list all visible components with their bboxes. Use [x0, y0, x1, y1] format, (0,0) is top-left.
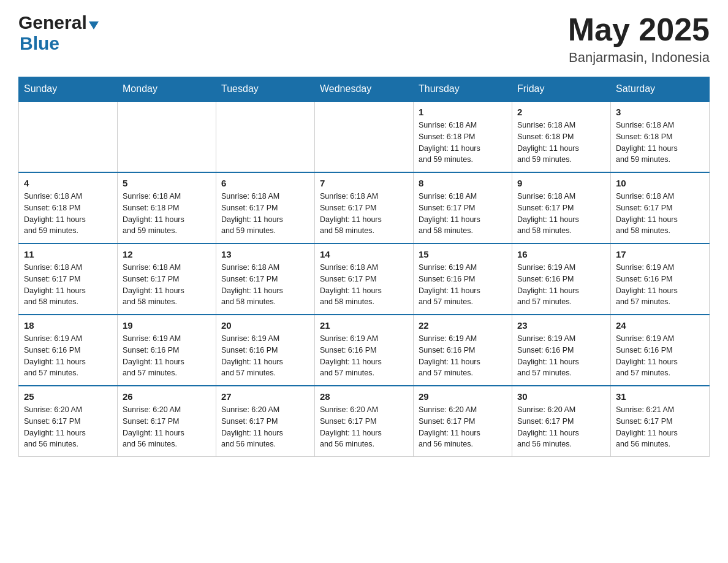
day-info: Sunrise: 6:21 AMSunset: 6:17 PMDaylight:…: [616, 404, 704, 450]
calendar-table: SundayMondayTuesdayWednesdayThursdayFrid…: [18, 77, 710, 457]
day-info: Sunrise: 6:19 AMSunset: 6:16 PMDaylight:…: [320, 333, 408, 379]
day-number: 15: [419, 249, 507, 259]
day-info: Sunrise: 6:20 AMSunset: 6:17 PMDaylight:…: [221, 404, 309, 450]
day-number: 14: [320, 249, 408, 259]
day-number: 22: [419, 320, 507, 331]
calendar-cell: 9Sunrise: 6:18 AMSunset: 6:17 PMDaylight…: [512, 172, 611, 243]
day-number: 1: [419, 107, 507, 117]
day-of-week-header: Saturday: [611, 77, 710, 102]
day-info: Sunrise: 6:19 AMSunset: 6:16 PMDaylight:…: [221, 333, 309, 379]
day-of-week-header: Monday: [118, 77, 216, 102]
calendar-cell: 12Sunrise: 6:18 AMSunset: 6:17 PMDayligh…: [118, 243, 216, 315]
day-info: Sunrise: 6:18 AMSunset: 6:18 PMDaylight:…: [24, 191, 112, 237]
day-number: 17: [616, 249, 704, 259]
day-info: Sunrise: 6:19 AMSunset: 6:16 PMDaylight:…: [419, 333, 507, 379]
calendar-cell: 19Sunrise: 6:19 AMSunset: 6:16 PMDayligh…: [118, 315, 216, 386]
calendar-cell: 17Sunrise: 6:19 AMSunset: 6:16 PMDayligh…: [611, 243, 710, 315]
calendar-cell: 18Sunrise: 6:19 AMSunset: 6:16 PMDayligh…: [19, 315, 118, 386]
day-info: Sunrise: 6:19 AMSunset: 6:16 PMDaylight:…: [123, 333, 211, 379]
day-number: 21: [320, 320, 408, 331]
day-of-week-header: Thursday: [414, 77, 512, 102]
day-number: 28: [320, 391, 408, 402]
calendar-week-row: 18Sunrise: 6:19 AMSunset: 6:16 PMDayligh…: [19, 315, 710, 386]
day-number: 19: [123, 320, 211, 331]
calendar-week-row: 4Sunrise: 6:18 AMSunset: 6:18 PMDaylight…: [19, 172, 710, 243]
day-info: Sunrise: 6:18 AMSunset: 6:17 PMDaylight:…: [517, 191, 605, 237]
day-number: 13: [221, 249, 309, 259]
calendar-cell: 15Sunrise: 6:19 AMSunset: 6:16 PMDayligh…: [414, 243, 512, 315]
day-number: 23: [517, 320, 605, 331]
calendar-week-row: 1Sunrise: 6:18 AMSunset: 6:18 PMDaylight…: [19, 101, 710, 172]
calendar-cell: 31Sunrise: 6:21 AMSunset: 6:17 PMDayligh…: [611, 386, 710, 457]
calendar-cell: 11Sunrise: 6:18 AMSunset: 6:17 PMDayligh…: [19, 243, 118, 315]
calendar-cell: [19, 101, 118, 172]
day-number: 3: [616, 107, 704, 117]
day-info: Sunrise: 6:20 AMSunset: 6:17 PMDaylight:…: [517, 404, 605, 450]
calendar-cell: 16Sunrise: 6:19 AMSunset: 6:16 PMDayligh…: [512, 243, 611, 315]
day-number: 5: [123, 178, 211, 188]
day-info: Sunrise: 6:18 AMSunset: 6:17 PMDaylight:…: [616, 191, 704, 237]
day-number: 27: [221, 391, 309, 402]
day-number: 24: [616, 320, 704, 331]
day-info: Sunrise: 6:18 AMSunset: 6:17 PMDaylight:…: [24, 262, 112, 308]
day-number: 9: [517, 178, 605, 188]
day-info: Sunrise: 6:19 AMSunset: 6:16 PMDaylight:…: [517, 262, 605, 308]
day-number: 6: [221, 178, 309, 188]
calendar-cell: [315, 101, 414, 172]
day-of-week-header: Tuesday: [216, 77, 315, 102]
day-number: 29: [419, 391, 507, 402]
calendar-cell: 27Sunrise: 6:20 AMSunset: 6:17 PMDayligh…: [216, 386, 315, 457]
calendar-cell: 6Sunrise: 6:18 AMSunset: 6:17 PMDaylight…: [216, 172, 315, 243]
calendar-cell: 8Sunrise: 6:18 AMSunset: 6:17 PMDaylight…: [414, 172, 512, 243]
title-section: May 2025 Banjarmasin, Indonesia: [568, 12, 710, 66]
calendar-location: Banjarmasin, Indonesia: [568, 50, 710, 66]
calendar-cell: 29Sunrise: 6:20 AMSunset: 6:17 PMDayligh…: [414, 386, 512, 457]
calendar-cell: [118, 101, 216, 172]
day-info: Sunrise: 6:18 AMSunset: 6:18 PMDaylight:…: [123, 191, 211, 237]
calendar-cell: [216, 101, 315, 172]
calendar-week-row: 25Sunrise: 6:20 AMSunset: 6:17 PMDayligh…: [19, 386, 710, 457]
day-info: Sunrise: 6:18 AMSunset: 6:18 PMDaylight:…: [616, 120, 704, 166]
day-number: 20: [221, 320, 309, 331]
day-of-week-header: Wednesday: [315, 77, 414, 102]
day-number: 10: [616, 178, 704, 188]
day-info: Sunrise: 6:19 AMSunset: 6:16 PMDaylight:…: [517, 333, 605, 379]
day-info: Sunrise: 6:18 AMSunset: 6:17 PMDaylight:…: [320, 262, 408, 308]
day-info: Sunrise: 6:18 AMSunset: 6:18 PMDaylight:…: [419, 120, 507, 166]
day-number: 7: [320, 178, 408, 188]
calendar-cell: 23Sunrise: 6:19 AMSunset: 6:16 PMDayligh…: [512, 315, 611, 386]
day-number: 4: [24, 178, 112, 188]
calendar-cell: 22Sunrise: 6:19 AMSunset: 6:16 PMDayligh…: [414, 315, 512, 386]
day-of-week-header: Friday: [512, 77, 611, 102]
day-number: 26: [123, 391, 211, 402]
day-info: Sunrise: 6:20 AMSunset: 6:17 PMDaylight:…: [123, 404, 211, 450]
calendar-cell: 25Sunrise: 6:20 AMSunset: 6:17 PMDayligh…: [19, 386, 118, 457]
day-number: 25: [24, 391, 112, 402]
day-number: 16: [517, 249, 605, 259]
page-header: General Blue May 2025 Banjarmasin, Indon…: [18, 12, 710, 66]
day-info: Sunrise: 6:18 AMSunset: 6:17 PMDaylight:…: [221, 191, 309, 237]
day-number: 30: [517, 391, 605, 402]
day-info: Sunrise: 6:18 AMSunset: 6:17 PMDaylight:…: [320, 191, 408, 237]
logo-blue-text: Blue: [20, 33, 59, 53]
day-number: 12: [123, 249, 211, 259]
calendar-cell: 21Sunrise: 6:19 AMSunset: 6:16 PMDayligh…: [315, 315, 414, 386]
calendar-cell: 10Sunrise: 6:18 AMSunset: 6:17 PMDayligh…: [611, 172, 710, 243]
calendar-cell: 24Sunrise: 6:19 AMSunset: 6:16 PMDayligh…: [611, 315, 710, 386]
calendar-cell: 26Sunrise: 6:20 AMSunset: 6:17 PMDayligh…: [118, 386, 216, 457]
logo-triangle-icon: [89, 21, 99, 29]
calendar-header-row: SundayMondayTuesdayWednesdayThursdayFrid…: [19, 77, 710, 102]
day-info: Sunrise: 6:20 AMSunset: 6:17 PMDaylight:…: [419, 404, 507, 450]
calendar-cell: 4Sunrise: 6:18 AMSunset: 6:18 PMDaylight…: [19, 172, 118, 243]
day-info: Sunrise: 6:19 AMSunset: 6:16 PMDaylight:…: [616, 333, 704, 379]
calendar-cell: 30Sunrise: 6:20 AMSunset: 6:17 PMDayligh…: [512, 386, 611, 457]
day-number: 31: [616, 391, 704, 402]
day-info: Sunrise: 6:19 AMSunset: 6:16 PMDaylight:…: [419, 262, 507, 308]
calendar-cell: 1Sunrise: 6:18 AMSunset: 6:18 PMDaylight…: [414, 101, 512, 172]
day-number: 11: [24, 249, 112, 259]
day-info: Sunrise: 6:19 AMSunset: 6:16 PMDaylight:…: [616, 262, 704, 308]
day-of-week-header: Sunday: [19, 77, 118, 102]
logo-general-text: General: [18, 12, 87, 33]
calendar-cell: 5Sunrise: 6:18 AMSunset: 6:18 PMDaylight…: [118, 172, 216, 243]
calendar-cell: 2Sunrise: 6:18 AMSunset: 6:18 PMDaylight…: [512, 101, 611, 172]
